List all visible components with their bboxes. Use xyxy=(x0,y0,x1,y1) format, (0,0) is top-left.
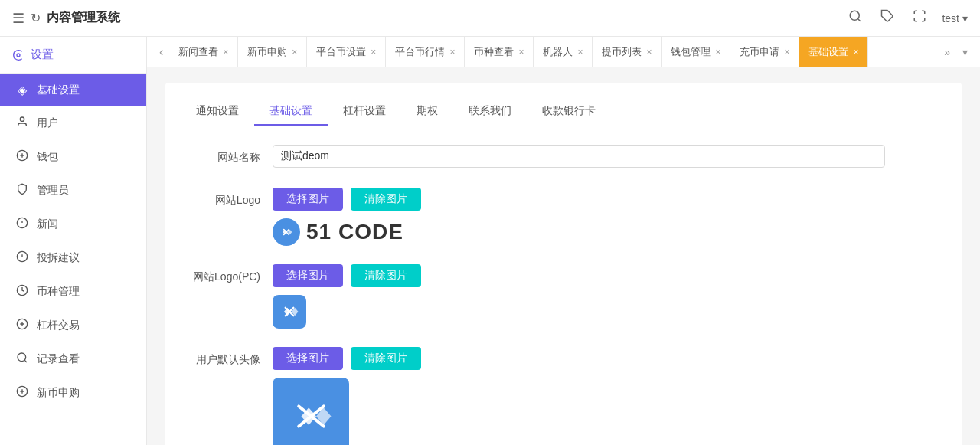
user-menu[interactable]: test ▾ xyxy=(942,12,968,25)
sidebar-item-records[interactable]: 记录查看 xyxy=(0,342,146,376)
tab-coin-view[interactable]: 币种查看 × xyxy=(465,37,534,67)
site-logo-pc-select-btn[interactable]: 选择图片 xyxy=(273,264,343,287)
site-name-input[interactable] xyxy=(273,145,885,168)
app-title: 内容管理系统 xyxy=(47,10,120,26)
settings-panel: 通知设置 基础设置 杠杆设置 期权 联系我们 xyxy=(165,83,962,445)
tab-new-coin[interactable]: 新币申购 × xyxy=(238,37,307,67)
user-avatar-select-btn[interactable]: 选择图片 xyxy=(273,347,343,370)
tab-dropdown-btn[interactable]: ▾ xyxy=(956,46,974,58)
top-bar-icons: test ▾ xyxy=(845,6,968,30)
sidebar-item-basic-settings[interactable]: ◈ 基础设置 xyxy=(0,74,146,106)
settings-icon xyxy=(12,49,24,61)
sidebar-item-admin[interactable]: 管理员 xyxy=(0,174,146,208)
tab-basic-settings-label: 基础设置 xyxy=(808,45,848,59)
tab-robot-label: 机器人 xyxy=(543,45,573,59)
user-avatar-clear-btn[interactable]: 清除图片 xyxy=(351,347,421,370)
sidebar-item-feedback[interactable]: 投拆建议 xyxy=(0,241,146,275)
sidebar-item-wallet[interactable]: 钱包 xyxy=(0,140,146,174)
fullscreen-icon-btn[interactable] xyxy=(910,6,929,30)
site-logo-pc-btn-row: 选择图片 清除图片 xyxy=(273,264,946,287)
tab-recharge[interactable]: 充币申请 × xyxy=(730,37,799,67)
tag-icon-btn[interactable] xyxy=(877,6,897,30)
site-logo-pc-label: 网站Logo(PC) xyxy=(181,264,273,289)
subtab-bank-card[interactable]: 收款银行卡 xyxy=(527,98,611,126)
tab-platform-coin-settings-close[interactable]: × xyxy=(371,47,376,57)
subtab-basic-label: 基础设置 xyxy=(270,104,312,116)
tab-wallet-mgmt-close[interactable]: × xyxy=(715,47,720,57)
search-icon-btn[interactable] xyxy=(845,6,865,30)
subtab-contact[interactable]: 联系我们 xyxy=(453,98,527,126)
svg-line-1 xyxy=(858,18,861,21)
site-name-field xyxy=(273,145,946,168)
sidebar-item-leverage[interactable]: 杠杆交易 xyxy=(0,309,146,342)
sidebar-item-users[interactable]: 用户 xyxy=(0,106,146,140)
logo-text: 51 CODE xyxy=(306,220,403,244)
site-logo-label: 网站Logo xyxy=(181,188,273,212)
tab-news-close[interactable]: × xyxy=(223,47,228,57)
site-logo-clear-btn[interactable]: 清除图片 xyxy=(351,188,421,211)
tab-platform-coin-market-close[interactable]: × xyxy=(449,47,455,57)
subtab-leverage-label: 杠杆设置 xyxy=(343,104,386,116)
tab-news-label: 新闻查看 xyxy=(178,45,218,59)
news-icon xyxy=(15,217,29,232)
tab-platform-coin-market[interactable]: 平台币行情 × xyxy=(386,37,465,67)
basic-settings-icon: ◈ xyxy=(15,83,29,97)
refresh-icon[interactable]: ↻ xyxy=(31,11,41,25)
tab-platform-coin-settings-label: 平台币设置 xyxy=(316,45,366,59)
tab-wallet-mgmt[interactable]: 钱包管理 × xyxy=(662,37,730,67)
sidebar-item-news[interactable]: 新闻 xyxy=(0,208,146,241)
tab-new-coin-label: 新币申购 xyxy=(247,45,287,59)
admin-icon xyxy=(15,183,29,198)
tab-more-btn[interactable]: » xyxy=(938,46,956,58)
site-logo-icon xyxy=(273,218,300,246)
sidebar-label-users: 用户 xyxy=(37,116,58,130)
tab-basic-settings-close[interactable]: × xyxy=(853,47,858,57)
user-icon xyxy=(15,116,29,131)
subtab-leverage[interactable]: 杠杆设置 xyxy=(328,98,401,126)
sub-tabs: 通知设置 基础设置 杠杆设置 期权 联系我们 xyxy=(181,98,946,126)
tab-coin-view-label: 币种查看 xyxy=(474,45,514,59)
subtab-options[interactable]: 期权 xyxy=(401,98,453,126)
site-logo-pc-clear-btn[interactable]: 清除图片 xyxy=(351,264,421,287)
subtab-notifications[interactable]: 通知设置 xyxy=(181,98,254,126)
sidebar-item-new-coin[interactable]: 新币申购 xyxy=(0,376,146,410)
sidebar-label-wallet: 钱包 xyxy=(37,150,58,164)
tab-wallet-mgmt-label: 钱包管理 xyxy=(671,45,710,59)
subtab-contact-label: 联系我们 xyxy=(469,104,511,116)
menu-icon[interactable]: ☰ xyxy=(12,10,24,27)
pc-logo-icon xyxy=(273,295,306,329)
tab-nav-left[interactable]: ‹ xyxy=(153,45,169,59)
form-row-site-name: 网站名称 xyxy=(181,145,946,169)
tab-robot[interactable]: 机器人 × xyxy=(534,37,593,67)
chevron-down-icon: ▾ xyxy=(962,12,968,25)
site-logo-select-btn[interactable]: 选择图片 xyxy=(273,188,343,211)
tab-withdraw-list-label: 提币列表 xyxy=(602,45,642,59)
new-coin-icon xyxy=(15,385,29,401)
tab-coin-view-close[interactable]: × xyxy=(518,47,524,57)
tab-withdraw-list[interactable]: 提币列表 × xyxy=(593,37,662,67)
avatar-code-icon xyxy=(286,391,336,441)
tab-news[interactable]: 新闻查看 × xyxy=(169,37,238,67)
sidebar-label-records: 记录查看 xyxy=(37,352,80,366)
sidebar-item-coin-mgmt[interactable]: 币种管理 xyxy=(0,275,146,309)
avatar-image xyxy=(273,378,349,445)
tabs-container: 新闻查看 × 新币申购 × 平台币设置 × 平台币行情 × xyxy=(169,37,938,67)
subtab-basic[interactable]: 基础设置 xyxy=(254,98,328,126)
site-logo-preview: 51 CODE xyxy=(273,218,946,246)
wallet-icon xyxy=(15,149,29,165)
app-container: ☰ ↻ 内容管理系统 test ▾ xyxy=(0,0,980,445)
tab-platform-coin-market-label: 平台币行情 xyxy=(395,45,445,59)
sidebar-label-leverage: 杠杆交易 xyxy=(37,319,80,332)
tab-platform-coin-settings[interactable]: 平台币设置 × xyxy=(307,37,386,67)
username: test xyxy=(942,12,959,25)
sidebar-item-label: 基础设置 xyxy=(37,83,80,97)
tab-robot-close[interactable]: × xyxy=(577,47,583,57)
tab-withdraw-list-close[interactable]: × xyxy=(646,47,652,57)
tab-recharge-close[interactable]: × xyxy=(784,47,789,57)
user-avatar-field: 选择图片 清除图片 xyxy=(273,347,946,445)
svg-point-4 xyxy=(20,117,24,121)
sidebar-label-news: 新闻 xyxy=(37,218,58,231)
form-row-site-logo-pc: 网站Logo(PC) 选择图片 清除图片 xyxy=(181,264,946,329)
tab-new-coin-close[interactable]: × xyxy=(292,47,297,57)
tab-basic-settings[interactable]: 基础设置 × xyxy=(799,37,868,67)
